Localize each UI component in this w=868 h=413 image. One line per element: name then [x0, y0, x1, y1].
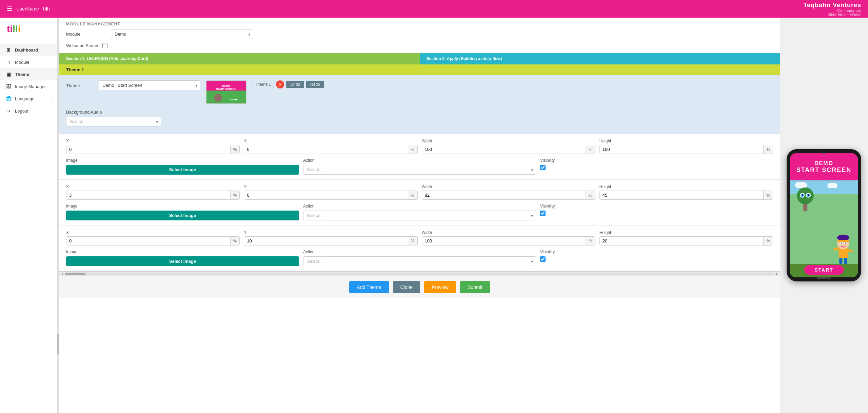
image-manager-icon: 🖼	[5, 84, 12, 89]
horizontal-scrollbar[interactable]: ◂ ▸	[59, 271, 780, 276]
element-3-y-input-wrap: %	[244, 236, 417, 245]
hscroll-thumb[interactable]	[65, 273, 85, 275]
element-1-x-input[interactable]	[66, 145, 230, 154]
element-2-x-input-wrap: %	[66, 191, 240, 200]
clone-button[interactable]: Clone	[393, 281, 420, 293]
module-select[interactable]: Demo	[111, 29, 253, 39]
element-2-action-select[interactable]: Select...	[303, 211, 536, 220]
sidebar-item-language[interactable]: 🌐 Language ›	[0, 93, 59, 105]
element-1-action-label: Action	[303, 158, 536, 163]
hamburger-icon[interactable]: ☰	[7, 5, 12, 13]
element-2-x-label: X	[66, 184, 240, 189]
element-3-coords: X % Y % Width	[66, 230, 773, 245]
module-row: Module Demo ▾	[66, 29, 773, 39]
section-tabs: Section 1: LEARNING (Add Learning Card) …	[59, 53, 780, 64]
sidebar-label-module: Module	[15, 60, 54, 65]
element-3-width-input[interactable]	[422, 237, 586, 245]
undo-button[interactable]: Undo	[286, 81, 304, 88]
element-2-select-image-button[interactable]: Select Image	[66, 211, 299, 220]
redo-button[interactable]: Redo	[306, 81, 324, 88]
element-1-width-input[interactable]	[422, 145, 586, 154]
element-1-action-select[interactable]: Select...	[303, 165, 536, 175]
sidebar-item-logout[interactable]: ↪ Logout	[0, 105, 59, 117]
element-3-visibility-group: Visibility	[540, 250, 773, 262]
logo-i2: i	[18, 24, 21, 34]
theme-badge: Theme 1	[252, 81, 274, 88]
svg-rect-16	[844, 258, 847, 264]
brand-sub1: Community-Led	[803, 9, 861, 13]
element-2-y-label: Y	[244, 184, 417, 189]
language-arrow-icon: ›	[52, 96, 54, 101]
add-theme-button[interactable]: Add Theme	[349, 281, 389, 293]
element-2-width-input-wrap: %	[422, 191, 595, 200]
elements-scroll-area[interactable]: X % Y % Width	[59, 134, 780, 271]
element-3-x-group: X %	[66, 230, 240, 245]
element-3-image-label: Image	[66, 250, 299, 254]
element-1-image-label: Image	[66, 158, 299, 163]
element-2-height-input[interactable]	[600, 191, 764, 199]
logo-t: t	[7, 24, 10, 34]
svg-rect-14	[839, 248, 848, 259]
svg-rect-21	[837, 240, 849, 242]
module-form-section: Module Demo ▾	[59, 29, 780, 43]
element-1-height-group: Height %	[599, 139, 773, 154]
element-2-x-input[interactable]	[66, 191, 230, 199]
phone-frame: DEMO START SCREEN	[787, 149, 861, 281]
sidebar-scrollbar[interactable]	[57, 18, 59, 413]
element-1-height-label: Height	[599, 139, 773, 143]
svg-text:START SCREEN: START SCREEN	[216, 87, 236, 91]
brand-name: Teqbahn Ventures	[803, 2, 861, 9]
submit-button[interactable]: Submit	[460, 281, 490, 293]
hscroll-right-arrow-icon[interactable]: ▸	[774, 272, 780, 276]
theme-delete-button[interactable]: ✕	[276, 80, 284, 88]
sidebar-item-dashboard[interactable]: ⊞ Dashboard	[0, 44, 59, 56]
language-icon: 🌐	[5, 96, 12, 101]
brand-area: Teqbahn Ventures Community-Led Clean Tec…	[803, 2, 861, 16]
page-title: MODULE MANAGEMENT	[59, 18, 780, 29]
element-2-bottom: Image Select Image Action Select... ▾	[66, 204, 773, 220]
svg-point-7	[797, 188, 814, 204]
element-1-y-input-wrap: %	[244, 145, 417, 154]
sidebar-item-theme[interactable]: ▣ Theme	[0, 68, 59, 80]
welcome-screen-checkbox[interactable]	[102, 43, 107, 48]
element-3-height-input[interactable]	[600, 237, 764, 245]
sidebar-item-image-manager[interactable]: 🖼 Image Manager	[0, 80, 59, 93]
element-1-image-group: Image Select Image	[66, 158, 299, 175]
phone-start-button: START	[804, 265, 844, 275]
phone-tree	[793, 184, 817, 211]
hscroll-left-arrow-icon[interactable]: ◂	[59, 272, 65, 276]
element-3-action-select[interactable]: Select...	[303, 256, 536, 266]
preview-button[interactable]: Preview	[424, 281, 456, 293]
tab-apply[interactable]: Section 2: Apply (Building a story flow)	[420, 53, 780, 64]
theme-select[interactable]: Demo | Start Screen	[99, 80, 200, 90]
element-3-width-group: Width %	[422, 230, 595, 245]
element-3-visibility-checkbox[interactable]	[540, 256, 546, 262]
element-2-action-label: Action	[303, 204, 536, 209]
element-3-y-input[interactable]	[244, 237, 408, 245]
logo-l2: l	[15, 24, 18, 34]
logo-text: tilli	[7, 24, 20, 34]
element-3-x-input[interactable]	[66, 237, 230, 245]
sidebar-item-module[interactable]: ♫ Module	[0, 56, 59, 68]
welcome-screen-label: Welcome Screen	[66, 43, 100, 48]
theme-bar: Theme 1	[59, 64, 780, 75]
element-1-height-input[interactable]	[600, 145, 764, 154]
element-1-y-input[interactable]	[244, 145, 408, 154]
bg-audio-select[interactable]: Select...	[66, 117, 161, 126]
element-3-width-input-wrap: %	[422, 236, 595, 245]
element-2-y-input[interactable]	[244, 191, 408, 199]
tab-learning[interactable]: Section 1: LEARNING (Add Learning Card)	[59, 53, 420, 64]
sidebar-logo: tilli	[0, 18, 59, 41]
phone-start-screen-text: START SCREEN	[796, 166, 852, 174]
svg-point-13	[808, 194, 809, 196]
element-2-visibility-checkbox[interactable]	[540, 211, 546, 216]
phone-screen: DEMO START SCREEN	[790, 153, 858, 277]
element-3-select-image-button[interactable]: Select Image	[66, 256, 299, 266]
theme-content: Theme Demo | Start Screen ▾ DEMO START S…	[59, 75, 780, 134]
element-2-width-input[interactable]	[422, 191, 586, 199]
element-1-visibility-checkbox[interactable]	[540, 165, 546, 170]
username-value: tilli	[43, 6, 50, 12]
svg-rect-18	[847, 249, 853, 253]
sidebar-label-image-manager: Image Manager	[15, 84, 54, 89]
element-1-select-image-button[interactable]: Select Image	[66, 165, 299, 175]
